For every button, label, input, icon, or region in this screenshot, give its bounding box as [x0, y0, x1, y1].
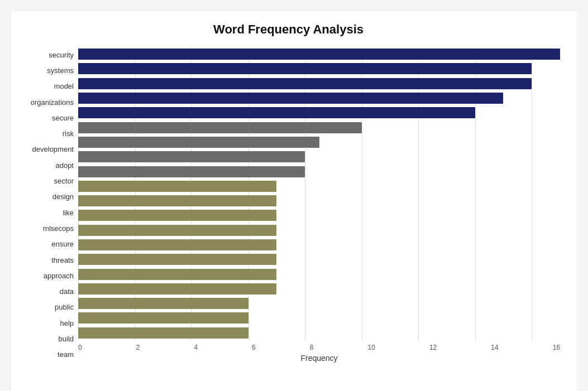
y-label: mlsecops — [43, 221, 74, 235]
chart-container: Word Frequency Analysis securitysystemsm… — [11, 11, 577, 391]
bar-row — [78, 267, 560, 282]
x-tick: 12 — [429, 344, 437, 351]
chart-area: 0246810121416 Frequency — [78, 47, 560, 363]
bar-row — [78, 311, 560, 325]
chart-title: Word Frequency Analysis — [17, 22, 560, 37]
x-tick: 10 — [368, 344, 375, 351]
y-label: data — [60, 284, 74, 299]
x-axis: 0246810121416 Frequency — [78, 344, 560, 363]
bar-row — [78, 91, 560, 105]
bar — [78, 283, 276, 295]
bar — [78, 107, 475, 118]
bar-row — [78, 76, 560, 91]
bar — [78, 122, 362, 133]
y-label: security — [49, 47, 74, 62]
x-tick: 8 — [310, 344, 314, 351]
bar-row — [78, 223, 560, 238]
y-axis: securitysystemsmodelorganizationssecurer… — [17, 47, 78, 363]
bar — [78, 225, 276, 236]
bar-row — [78, 252, 560, 267]
bar-row — [78, 179, 560, 194]
bar — [78, 166, 305, 177]
y-label: sector — [54, 174, 74, 189]
x-tick: 0 — [78, 344, 82, 351]
bar — [78, 210, 276, 221]
bar — [78, 195, 276, 206]
y-label: organizations — [31, 95, 74, 109]
bar-row — [78, 326, 560, 340]
bar-row — [78, 47, 560, 61]
bar — [78, 137, 319, 148]
y-label: public — [55, 300, 74, 315]
bar — [78, 327, 248, 339]
bar — [78, 239, 276, 250]
x-axis-label: Frequency — [300, 354, 337, 363]
bar — [78, 181, 276, 192]
x-tick: 6 — [252, 344, 256, 351]
bar — [78, 312, 248, 324]
bar-row — [78, 208, 560, 223]
y-label: design — [52, 190, 74, 204]
bar-row — [78, 282, 560, 296]
bars-area — [78, 47, 560, 340]
y-label: approach — [44, 268, 74, 283]
y-label: development — [32, 142, 74, 157]
y-label: help — [60, 316, 74, 330]
bar — [78, 78, 532, 89]
bar-row — [78, 120, 560, 135]
y-label: adopt — [55, 158, 74, 172]
bar — [78, 49, 560, 60]
y-label: secure — [52, 110, 74, 125]
x-tick: 14 — [491, 344, 498, 351]
y-label: threats — [51, 253, 74, 267]
bar — [78, 93, 503, 104]
bar-row — [78, 135, 560, 149]
y-label: model — [54, 79, 74, 94]
bar-row — [78, 61, 560, 76]
x-tick: 16 — [553, 344, 560, 351]
bar — [78, 151, 305, 162]
bar-row — [78, 296, 560, 311]
bar-row — [78, 194, 560, 208]
y-label: risk — [63, 127, 74, 141]
x-tick: 4 — [194, 344, 198, 351]
bar — [78, 298, 248, 309]
y-label: ensure — [51, 237, 74, 252]
bar — [78, 63, 532, 74]
bar — [78, 269, 276, 280]
bar — [78, 254, 276, 265]
y-label: team — [58, 347, 74, 362]
y-label: systems — [47, 63, 74, 78]
y-label: build — [59, 331, 74, 346]
bar-row — [78, 105, 560, 120]
x-tick: 2 — [136, 344, 140, 351]
y-label: like — [63, 205, 74, 220]
bar-row — [78, 165, 560, 179]
bar-row — [78, 149, 560, 164]
bar-row — [78, 238, 560, 252]
